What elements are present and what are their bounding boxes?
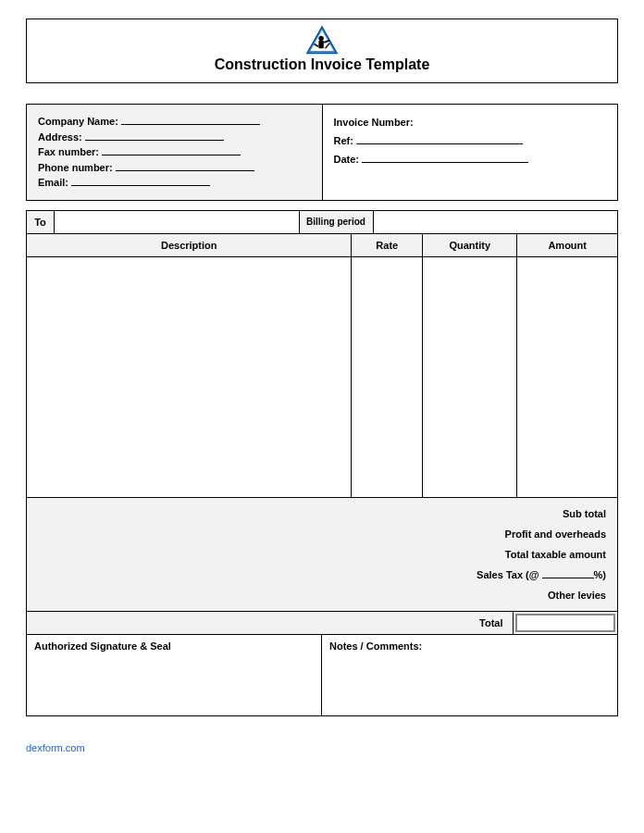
page-title: Construction Invoice Template bbox=[27, 56, 617, 73]
quantity-cell[interactable] bbox=[423, 256, 517, 497]
to-field[interactable] bbox=[55, 211, 300, 233]
ref-label: Ref: bbox=[334, 135, 353, 146]
fax-field[interactable] bbox=[102, 145, 241, 155]
invoice-info-box: Invoice Number: Ref: Date: bbox=[323, 105, 618, 200]
billing-period-label: Billing period bbox=[300, 211, 374, 233]
dexform-link[interactable]: dexform.com bbox=[26, 742, 618, 753]
summary-box: Sub total Profit and overheads Total tax… bbox=[26, 498, 618, 612]
billing-period-field[interactable] bbox=[374, 211, 618, 233]
ref-field[interactable] bbox=[356, 134, 523, 144]
company-name-field[interactable] bbox=[121, 115, 260, 125]
date-field[interactable] bbox=[362, 153, 528, 163]
company-name-label: Company Name: bbox=[38, 116, 118, 127]
company-info-box: Company Name: Address: Fax number: Phone… bbox=[27, 105, 323, 200]
subtotal-label: Sub total bbox=[34, 504, 606, 524]
sales-tax-rate-field[interactable] bbox=[542, 569, 594, 578]
amount-cell[interactable] bbox=[517, 256, 618, 497]
rate-cell[interactable] bbox=[352, 256, 423, 497]
email-label: Email: bbox=[38, 177, 68, 188]
date-label: Date: bbox=[334, 154, 360, 165]
svg-rect-3 bbox=[318, 41, 323, 48]
construction-worker-icon bbox=[305, 25, 339, 55]
info-row: Company Name: Address: Fax number: Phone… bbox=[26, 104, 618, 201]
fax-label: Fax number: bbox=[38, 146, 99, 157]
total-row: Total bbox=[26, 612, 618, 635]
address-field[interactable] bbox=[85, 131, 224, 141]
header-box: Construction Invoice Template bbox=[26, 19, 618, 83]
taxable-label: Total taxable amount bbox=[34, 544, 606, 565]
sales-tax-label: Sales Tax (@ %) bbox=[34, 565, 606, 585]
notes-label: Notes / Comments: bbox=[329, 640, 422, 652]
signature-box[interactable]: Authorized Signature & Seal bbox=[27, 635, 322, 715]
col-amount: Amount bbox=[517, 233, 618, 256]
to-row: To Billing period bbox=[26, 210, 618, 233]
signature-label: Authorized Signature & Seal bbox=[34, 640, 171, 652]
email-field[interactable] bbox=[71, 176, 210, 186]
col-rate: Rate bbox=[352, 233, 423, 256]
phone-label: Phone number: bbox=[38, 162, 113, 173]
levies-label: Other levies bbox=[34, 585, 606, 605]
notes-box[interactable]: Notes / Comments: bbox=[322, 635, 617, 715]
profit-label: Profit and overheads bbox=[34, 524, 606, 544]
col-description: Description bbox=[27, 233, 352, 256]
to-label: To bbox=[27, 211, 55, 233]
svg-point-2 bbox=[318, 36, 323, 41]
col-quantity: Quantity bbox=[423, 233, 517, 256]
total-value-field[interactable] bbox=[515, 614, 615, 632]
description-cell[interactable] bbox=[27, 256, 352, 497]
total-label: Total bbox=[27, 612, 514, 634]
line-items-table: Description Rate Quantity Amount bbox=[26, 233, 618, 498]
invoice-number-label: Invoice Number: bbox=[334, 117, 414, 128]
phone-field[interactable] bbox=[116, 161, 254, 171]
footer-row: Authorized Signature & Seal Notes / Comm… bbox=[26, 635, 618, 716]
address-label: Address: bbox=[38, 131, 82, 143]
